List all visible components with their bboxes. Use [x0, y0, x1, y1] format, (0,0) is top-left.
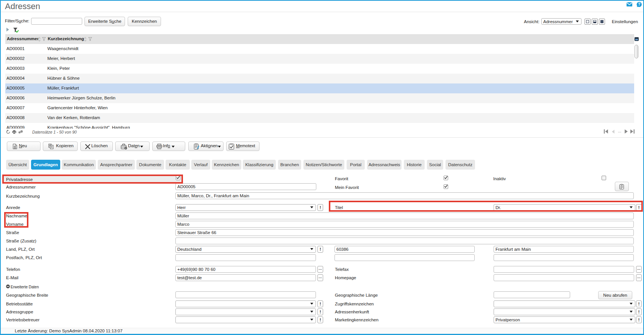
svg-text:?: ? [638, 2, 640, 6]
